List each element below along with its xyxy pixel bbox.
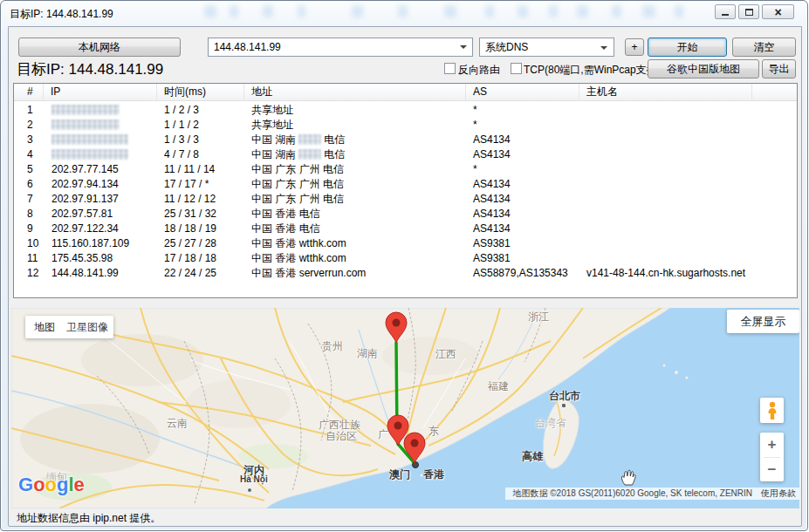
cell-ip (51, 103, 120, 118)
cell-time: 1 / 3 / 3 (164, 133, 199, 147)
chevron-down-icon[interactable] (460, 45, 467, 49)
cell-time: 1 / 2 / 3 (164, 103, 199, 118)
table-row[interactable]: 6 202.97.94.134 17 / 17 / * 中国 广东 广州 电信 … (14, 177, 797, 192)
cell-index: 2 (27, 118, 33, 133)
zoom-out-button[interactable]: − (760, 458, 784, 481)
maximize-icon (745, 9, 753, 16)
cell-as: AS9381 (473, 236, 511, 251)
map-panel[interactable]: 贵州湖南江西浙江福建云南广西壮族自治区广东台湾省台北市高雄澳门香港河内Hà Nộ… (11, 308, 799, 508)
cell-time: 17 / 17 / * (164, 177, 209, 192)
pegman-icon (765, 401, 779, 420)
cell-time: 11 / 11 / 14 (164, 162, 215, 177)
app-window: 目标IP: 144.48.141.99 × 本机网络 系统DNS + 开始 清空… (0, 0, 808, 531)
add-dns-button[interactable]: + (625, 38, 644, 56)
table-row[interactable]: 4 4 / 7 / 8 中国 湖南电信 AS4134 (14, 147, 797, 162)
target-ip-combobox[interactable] (208, 38, 473, 57)
cell-index: 1 (27, 103, 33, 118)
table-row[interactable]: 2 1 / 1 / 2 共享地址 * (14, 118, 797, 133)
maximize-button[interactable] (738, 4, 759, 19)
cell-address: 中国 香港 电信 (251, 222, 320, 236)
window-title: 目标IP: 144.48.141.99 (10, 7, 113, 22)
trace-table: # IP 时间(ms) 地址 AS 主机名 1 1 / 2 / 3 共享地址 *… (13, 83, 798, 298)
cell-time: 11 / 12 / 12 (164, 192, 216, 207)
column-header-index[interactable]: # (14, 84, 44, 101)
target-ip-input[interactable] (208, 38, 473, 57)
table-row[interactable]: 12 144.48.141.99 22 / 24 / 25 中国 香港 serv… (14, 266, 797, 281)
target-ip-heading: 目标IP: 144.48.141.99 (17, 59, 163, 79)
table-row[interactable]: 10 115.160.187.109 25 / 27 / 28 中国 香港 wt… (14, 236, 797, 251)
clear-button[interactable]: 清空 (732, 38, 796, 57)
table-row[interactable]: 11 175.45.35.98 17 / 18 / 18 中国 香港 wtthk… (14, 251, 797, 266)
cell-address: 共享地址 (251, 103, 293, 118)
map-label: 自治区 (326, 429, 357, 444)
titlebar-watermark-smudge (612, 5, 621, 17)
status-provider-text: 地址数据信息由 ipip.net 提供。 (17, 511, 161, 526)
cell-address: 中国 香港 serverrun.com (251, 266, 366, 281)
cell-address: 中国 湖南电信 (251, 133, 345, 147)
cell-time: 25 / 27 / 28 (164, 236, 216, 251)
map-attribution: 地图数据 ©2018 GS(2011)6020 Google, SK telec… (505, 488, 799, 500)
start-button[interactable]: 开始 (648, 38, 727, 57)
close-button[interactable]: × (762, 4, 794, 19)
local-network-button[interactable]: 本机网络 (18, 38, 181, 57)
pegman-button[interactable] (760, 398, 784, 423)
tcp-label[interactable]: TCP(80端口,需WinPcap支持) (524, 63, 661, 78)
reverse-route-checkbox[interactable] (444, 63, 456, 74)
table-row[interactable]: 5 202.97.77.145 11 / 11 / 14 中国 广东 广州 电信… (14, 162, 797, 177)
titlebar-watermark-smudge (263, 5, 273, 17)
cell-address: 中国 广东 广州 电信 (251, 162, 344, 177)
tcp-checkbox[interactable] (511, 63, 522, 74)
column-header-as[interactable]: AS (466, 84, 579, 101)
terms-link[interactable]: 使用条款 (761, 488, 796, 500)
column-header-filler (752, 84, 798, 101)
cell-as: AS4134 (473, 207, 511, 222)
column-header-host[interactable]: 主机名 (579, 84, 752, 101)
close-icon: × (774, 6, 781, 18)
cell-ip: 115.160.187.109 (51, 236, 129, 251)
table-row[interactable]: 8 202.97.57.81 25 / 31 / 32 中国 香港 电信 AS4… (14, 207, 797, 222)
titlebar-watermark-smudge (444, 5, 456, 17)
map-label: 江西 (435, 347, 456, 362)
titlebar-watermark-smudge (204, 5, 216, 17)
cell-address: 中国 香港 wtthk.com (251, 236, 346, 251)
table-row[interactable]: 1 1 / 2 / 3 共享地址 * (14, 103, 797, 118)
table-row[interactable]: 9 202.97.122.34 18 / 18 / 19 中国 香港 电信 AS… (14, 222, 797, 236)
zoom-in-button[interactable]: + (760, 433, 784, 456)
title-bar[interactable]: 目标IP: 144.48.141.99 × (1, 1, 807, 27)
titlebar-watermark-smudge (518, 5, 528, 17)
titlebar-watermark-smudge (352, 5, 363, 17)
titlebar-watermark-smudge (398, 5, 408, 17)
table-row[interactable]: 7 202.97.91.137 11 / 12 / 12 中国 广东 广州 电信… (14, 192, 797, 207)
column-header-addr[interactable]: 地址 (244, 84, 466, 101)
zoom-control: + − (760, 433, 784, 481)
cell-index: 5 (27, 162, 33, 177)
cell-index: 11 (27, 251, 38, 266)
map-label: 澳门 (389, 467, 410, 482)
cell-index: 4 (27, 147, 33, 162)
map-label: 云南 (167, 416, 188, 431)
google-logo[interactable]: Google (18, 474, 85, 496)
minimize-button[interactable] (715, 4, 736, 19)
column-header-time[interactable]: 时间(ms) (157, 84, 244, 101)
dns-select-value: 系统DNS (485, 40, 528, 55)
cell-index: 6 (27, 177, 33, 192)
export-button[interactable]: 导出 (762, 59, 796, 78)
cell-time: 1 / 1 / 2 (164, 118, 199, 133)
tab-satellite[interactable]: 卫星图像 (66, 320, 108, 335)
table-row[interactable]: 3 1 / 3 / 3 中国 湖南电信 AS4134 (14, 133, 797, 147)
google-china-map-button[interactable]: 谷歌中国版地图 (648, 59, 759, 78)
column-header-ip[interactable]: IP (44, 84, 157, 101)
map-label: 香港 (423, 467, 444, 482)
dns-select[interactable]: 系统DNS (479, 38, 614, 57)
cell-as: AS9381 (473, 251, 511, 266)
table-header: # IP 时间(ms) 地址 AS 主机名 (14, 84, 797, 101)
cell-ip: 202.97.91.137 (51, 192, 119, 207)
cell-address: 中国 香港 wtthk.com (251, 251, 346, 266)
cell-ip: 175.45.35.98 (51, 251, 113, 266)
cursor-hand-icon (619, 467, 638, 487)
cell-ip: 202.97.122.34 (51, 222, 119, 236)
fullscreen-button[interactable]: 全屏显示 (727, 310, 799, 333)
reverse-route-label[interactable]: 反向路由 (458, 63, 500, 78)
cell-ip (51, 118, 120, 133)
tab-map[interactable]: 地图 (34, 320, 55, 335)
